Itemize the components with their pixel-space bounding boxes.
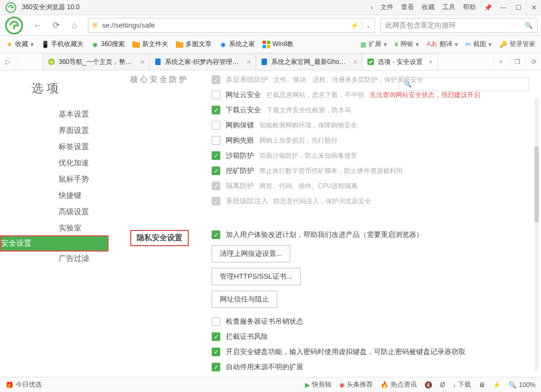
chk-url-cloud[interactable] [212,91,220,99]
chk-shopping-comp[interactable] [212,136,220,145]
browser-logo-large [3,15,25,36]
nav-lab[interactable]: 实验室 [0,220,109,236]
chk-shopping-guard[interactable] [212,121,220,130]
new-tab-button[interactable]: + [493,54,508,69]
status-play[interactable]: ▶快剪辑 [305,380,332,389]
tool-keys[interactable]: 🔑登录管家 [499,40,536,49]
nav-adblock[interactable]: 广告过滤 [0,250,109,267]
close-icon[interactable]: ✕ [526,0,541,15]
side-panel-toggle[interactable]: ▷ [0,54,16,70]
restore-tab-button[interactable]: ❐ [510,54,525,69]
chevron-left-icon[interactable]: ‹ [371,4,373,11]
favorites-button[interactable]: ★收藏▾ [5,40,34,49]
chk-revoke[interactable] [212,317,220,326]
browser-logo [3,0,18,15]
status-block[interactable]: Ø [440,381,445,389]
status-zoom[interactable]: 🔍100% [508,381,536,389]
maximize-icon[interactable]: ☐ [511,0,526,15]
nav-bar: ← ⟳ ⌂ ⛨ se://settings/safe ⚡ ⌄ 此网页包含重定向循… [0,15,541,36]
tool-snip[interactable]: ✄截图▾ [466,40,492,49]
tab-1[interactable]: 系统之家-织梦内容管理系统… ✕ [149,54,256,70]
zoom-icon: 🔍 [508,381,517,389]
nav-advanced[interactable]: 高级设置 [0,204,109,220]
home-button[interactable]: ⌂ [66,17,82,34]
status-headline[interactable]: ◉头条推荐 [339,380,373,389]
globe-icon: ◉ [91,41,99,48]
bm-win8[interactable]: Win8教 [263,40,294,49]
chk-safe-keyboard[interactable] [212,348,220,356]
section-core-title: 核心安全防护 [130,75,189,83]
status-download[interactable]: ↓下载 [453,380,471,389]
chk-uex[interactable] [212,230,220,239]
bookmarks-bar: ★收藏▾ 📱手机收藏夹 ◉360搜索 新文件夹 多图文章 ◉系统之家 Win8教… [0,36,541,53]
url-text: se://settings/safe [102,21,347,29]
status-pc[interactable]: 🖥 [479,381,485,389]
speed-icon[interactable]: ⚡ [351,22,359,29]
window-title: 360安全浏览器 10.0 [22,3,80,12]
status-today[interactable]: 🎁今日优选 [5,380,42,389]
back-button[interactable]: ← [29,17,46,34]
bm-mobile[interactable]: 📱手机收藏夹 [41,40,84,49]
menu-bar: ‹ 文件 查看 收藏 工具 帮助 [371,3,476,12]
page-search-input[interactable]: 此网页包含重定向循环 🔍 [380,18,538,33]
pin-icon[interactable]: 📌 [480,0,495,15]
svg-rect-12 [155,59,161,65]
search-icon: 🔍 [404,80,412,88]
tool-bank[interactable]: ¥网银▾ [394,40,419,49]
tab-close-icon[interactable]: ✕ [246,59,251,66]
tab-favicon-icon [367,58,374,66]
nav-security[interactable]: 安全设置 [0,235,109,252]
status-hot[interactable]: 🔥热点资讯 [380,380,417,389]
chk-cert-risk[interactable] [212,332,220,341]
status-speed[interactable]: ⚡ [493,381,501,389]
scrollbar-thumb[interactable] [534,146,539,222]
bm-newfolder[interactable]: 新文件夹 [132,40,168,49]
nav-speed[interactable]: 优化加速 [0,155,109,171]
tab-0[interactable]: 360导航_一个主页，整个世… ✕ [43,54,150,70]
bm-multipic[interactable]: 多图文章 [176,40,212,49]
address-bar[interactable]: ⛨ se://settings/safe ⚡ ⌄ [88,18,375,33]
tab-3[interactable]: 选项 - 安全设置 ✕ [362,54,438,70]
nav-mouse[interactable]: 鼠标手势 [0,171,109,188]
refresh-all-button[interactable]: ⟳ [526,54,541,69]
content-scrollbar[interactable] [534,98,539,371]
tool-extensions[interactable]: ▦扩展▾ [360,40,387,49]
reload-button[interactable]: ⟳ [48,17,64,34]
bm-xtzj[interactable]: ◉系统之家 [219,40,255,49]
chk-download-cloud[interactable] [212,106,220,114]
menu-file[interactable]: 文件 [380,3,393,12]
settings-page: 选项 基本设置 界面设置 标签设置 优化加速 鼠标手势 快捷键 高级设置 实验室… [0,70,541,377]
menu-view[interactable]: 查看 [401,3,414,12]
search-icon[interactable]: 🔍 [525,22,533,29]
menu-help[interactable]: 帮助 [463,3,476,12]
settings-content: 🔍 核心安全防护 多层系统防护文件、驱动、进程、注册表多层防护，保护系统安全 网… [109,70,541,377]
tool-translate[interactable]: Aあ翻译▾ [427,40,458,49]
btn-trust-block[interactable]: 网址信任与阻止 [212,291,277,308]
tab-close-icon[interactable]: ✕ [140,59,145,66]
tab-close-icon[interactable]: ✕ [428,59,433,66]
mute-icon: 🔇 [424,381,432,389]
bm-360search[interactable]: ◉360搜索 [91,40,125,49]
menu-tools[interactable]: 工具 [442,3,455,12]
chk-sandbox[interactable] [212,151,220,160]
svg-rect-13 [262,59,267,65]
nav-tabs[interactable]: 标签设置 [0,139,109,155]
chk-disable-ext[interactable] [212,363,220,371]
tab-close-icon[interactable]: ✕ [353,59,358,66]
nav-ui[interactable]: 界面设置 [0,123,109,139]
settings-search-input[interactable]: 🔍 [399,77,529,91]
key-icon: 🔑 [499,41,507,48]
star-icon: ★ [5,41,13,48]
minimize-icon[interactable]: — [495,0,511,15]
rocket-icon: ⚡ [493,381,501,389]
windows-icon [263,41,270,48]
btn-manage-ssl[interactable]: 管理HTTPS/SSL证书... [212,268,301,285]
nav-basic[interactable]: 基本设置 [0,106,109,123]
chk-mining[interactable] [212,166,220,175]
btn-clear-traces[interactable]: 清理上网痕迹设置... [212,245,290,262]
chevron-down-icon[interactable]: ⌄ [366,22,371,29]
status-mute[interactable]: 🔇 [424,381,432,389]
nav-shortcut[interactable]: 快捷键 [0,188,109,204]
tab-2[interactable]: 系统之家官网_最新Ghost X… ✕ [256,54,362,70]
menu-fav[interactable]: 收藏 [422,3,435,12]
